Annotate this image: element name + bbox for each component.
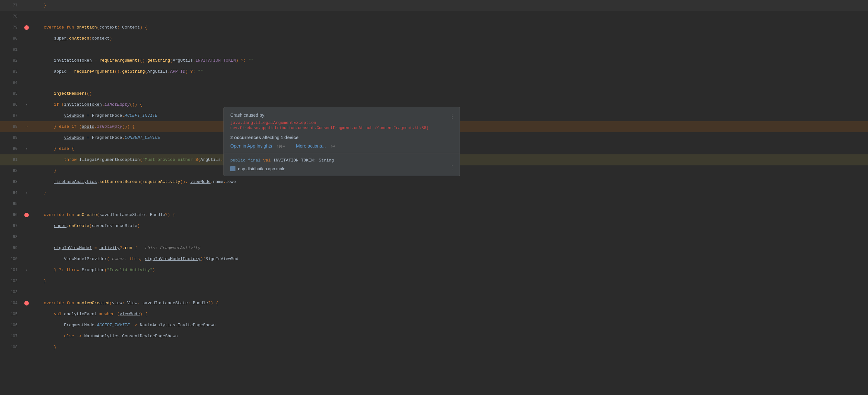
popup-code-kw1: public [230,158,248,163]
line-content-97: super.onCreate(savedInstanceState) [31,221,868,231]
line-num-83: 83 [0,69,22,74]
code-line-102: 102 } [0,276,868,287]
line-content-94: } [31,188,868,198]
popup-top-section: ⋮ Crash caused by: java.lang.IllegalArgu… [224,107,460,153]
line-content-104: override fun onViewCreated(view: View, s… [31,298,868,309]
code-line-96: 96 override fun onCreate(savedInstanceSt… [0,209,868,221]
gutter-104 [22,301,31,306]
line-num-79: 79 [0,25,22,30]
popup-menu-button-bottom[interactable]: ⋮ [449,164,455,171]
svg-rect-0 [231,168,235,170]
fold-icon-86[interactable]: ▾ [26,103,28,107]
code-line-100: 100 ViewModelProvider( owner: this, sign… [0,254,868,265]
line-num-102: 102 [0,279,22,283]
line-content-101: } ?: throw Exception("Invalid Activity") [31,265,868,276]
popup-code-preview: public final val INVITATION_TOKEN: Strin… [230,158,453,163]
popup-more-actions-link[interactable]: More actions... ↑↵ [296,143,336,149]
line-num-105: 105 [0,312,22,316]
popup-open-insights-anchor[interactable]: Open in App Insights [230,143,272,148]
code-line-99: 99 signInViewModel = activity?.run { thi… [0,243,868,254]
gutter-94: ▾ [22,191,31,195]
line-num-80: 80 [0,36,22,41]
code-line-77: 77 } [0,0,868,11]
line-num-95: 95 [0,202,22,206]
popup-link1-shortcut: ↑⌘↵ [277,144,286,148]
line-content-82: invitationToken = requireArguments().get… [31,55,868,66]
gutter-88: → [22,125,31,129]
gutter-86: ▾ [22,103,31,107]
code-line-83: 83 appId = requireArguments().getString(… [0,66,868,77]
line-num-82: 82 [0,58,22,63]
line-content-85: injectMembers() [31,88,868,99]
popup-module-info: app-distribution.app.main [230,166,453,171]
popup-code-kw3: val [263,158,273,163]
line-num-98: 98 [0,235,22,239]
code-line-78: 78 [0,11,868,22]
code-line-106: 106 FragmentMode.ACCEPT_INVITE -> NautmA… [0,320,868,331]
line-num-91: 91 [0,158,22,162]
line-num-107: 107 [0,334,22,339]
crash-popup: ⋮ Crash caused by: java.lang.IllegalArgu… [223,107,460,176]
code-line-95: 95 [0,198,868,209]
line-content-105: val analyticEvent = when (viewMode) { [31,309,868,320]
code-line-107: 107 else -> NautmAnalytics.ConsentDevice… [0,331,868,342]
gutter-101: ▾ [22,268,31,272]
breakpoint-96[interactable] [24,213,29,217]
line-content-77: } [31,0,868,11]
gutter-79 [22,25,31,30]
line-num-88: 88 [0,124,22,129]
line-content-80: super.onAttach(context) [31,33,868,44]
breakpoint-79[interactable] [24,25,29,30]
line-content-93: firebaseAnalytics.setCurrentScreen(requi… [31,176,868,188]
popup-bottom-section: public final val INVITATION_TOKEN: Strin… [224,153,460,176]
breakpoint-104[interactable] [24,301,29,306]
code-line-98: 98 [0,231,868,243]
fold-icon-90[interactable]: ▾ [26,147,28,151]
line-num-86: 86 [0,103,22,107]
fold-icon-101[interactable]: ▾ [26,268,28,272]
popup-menu-button-top[interactable]: ⋮ [449,113,455,120]
gutter-96 [22,213,31,217]
code-line-79: 79 override fun onAttach(context: Contex… [0,22,868,33]
line-num-93: 93 [0,180,22,184]
line-num-99: 99 [0,246,22,250]
line-content-96: override fun onCreate(savedInstanceState… [31,209,868,221]
line-num-103: 103 [0,290,22,294]
fold-icon-94[interactable]: ▾ [26,191,28,195]
popup-more-actions-anchor[interactable]: More actions... [296,143,326,148]
line-content-100: ViewModelProvider( owner: this, signInVi… [31,254,868,265]
code-line-81: 81 [0,44,868,55]
code-line-105: 105 val analyticEvent = when (viewMode) … [0,309,868,320]
line-content-102: } [31,276,868,287]
line-content-79: override fun onAttach(context: Context) … [31,22,868,33]
svg-rect-1 [231,167,232,168]
popup-code-colon: : [313,158,319,163]
line-num-100: 100 [0,257,22,261]
line-num-101: 101 [0,268,22,273]
line-content-107: else -> NautmAnalytics.ConsentDevicePage… [31,331,868,342]
code-line-82: 82 invitationToken = requireArguments().… [0,55,868,66]
popup-insights-link[interactable]: Open in App Insights ↑⌘↵ [230,143,286,149]
line-num-108: 108 [0,345,22,349]
line-num-94: 94 [0,191,22,195]
code-line-103: 103 [0,287,868,298]
line-num-97: 97 [0,224,22,228]
popup-module-name: app-distribution.app.main [238,166,285,171]
popup-code-kw2: final [248,158,263,163]
code-line-80: 80 super.onAttach(context) [0,33,868,44]
line-num-77: 77 [0,3,22,8]
line-content-83: appId = requireArguments().getString(Arg… [31,66,868,77]
popup-crash-title: Crash caused by: [230,113,453,118]
popup-actions: Open in App Insights ↑⌘↵ More actions...… [230,143,453,149]
line-content-99: signInViewModel = activity?.run { this: … [31,243,868,254]
popup-occurrences: 2 occurrences affecting 1 device [230,135,453,140]
line-num-78: 78 [0,14,22,19]
line-num-81: 81 [0,47,22,52]
code-line-93: 93 firebaseAnalytics.setCurrentScreen(re… [0,176,868,188]
line-content-106: FragmentMode.ACCEPT_INVITE -> NautmAnaly… [31,320,868,331]
line-num-106: 106 [0,323,22,328]
line-num-84: 84 [0,80,22,85]
code-line-108: 108 } [0,342,868,353]
gutter-90: ▾ [22,147,31,151]
code-line-101: 101 ▾ } ?: throw Exception("Invalid Acti… [0,265,868,276]
